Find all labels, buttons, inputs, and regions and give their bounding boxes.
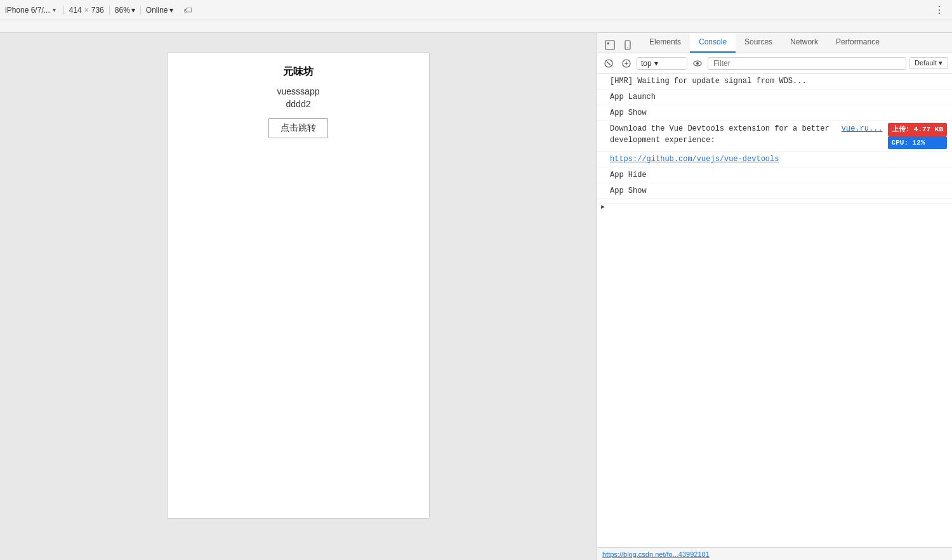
zoom-chevron: ▾: [131, 6, 135, 15]
phone-text2: dddd2: [286, 99, 311, 109]
console-entry-text-hmr: [HMR] Waiting for update signal from WDS…: [610, 75, 947, 87]
tab-performance[interactable]: Performance: [827, 33, 889, 53]
status-bar-url[interactable]: https://blog.csdn.net/fo...43992101: [602, 550, 710, 558]
badges-overlay: 上传: 4.77 KB CPU: 12%: [888, 123, 947, 149]
console-context-chevron: ▾: [654, 59, 658, 68]
console-eye-icon[interactable]: [690, 56, 705, 71]
console-entry-app-show-1: App Show: [597, 105, 952, 121]
console-entry-text-app-launch: App Launch: [610, 91, 947, 103]
console-clear-icon[interactable]: [601, 56, 616, 71]
console-output: [HMR] Waiting for update signal from WDS…: [597, 74, 952, 547]
zoom-value: 86%: [115, 6, 130, 15]
console-entry-text-app-show-2: App Show: [610, 185, 947, 197]
tab-network[interactable]: Network: [781, 33, 827, 53]
device-toolbar: iPhone 6/7/... ▾ 414 × 736 86% ▾ Online …: [0, 0, 952, 20]
console-entry-vue-link: https://github.com/vuejs/vue-devtools: [597, 152, 952, 167]
console-entry-text-vue-devtools: Download the Vue Devtools extension for …: [610, 123, 836, 146]
devtools-panel: Elements Console Sources Network Perform…: [597, 33, 952, 560]
phone-text1: vuesssapp: [277, 86, 320, 96]
phone-app-title: 元味坊: [283, 65, 314, 79]
tab-console[interactable]: Console: [690, 33, 736, 53]
zoom-selector[interactable]: 86% ▾: [109, 6, 135, 15]
network-value: Online: [146, 6, 168, 15]
preview-area: 元味坊 vuesssapp dddd2 点击跳转: [0, 33, 597, 560]
svg-line-5: [607, 62, 611, 65]
device-selector[interactable]: iPhone 6/7/... ▾: [5, 6, 64, 15]
device-chevron: ▾: [53, 6, 56, 13]
console-entry-expandable: ▶: [597, 199, 952, 204]
console-default-levels-button[interactable]: Default ▾: [909, 57, 948, 69]
console-entry-hmr: [HMR] Waiting for update signal from WDS…: [597, 74, 952, 89]
console-entry-text-app-show-1: App Show: [610, 107, 947, 119]
upload-badge: 上传: 4.77 KB: [888, 123, 947, 136]
svg-point-10: [696, 62, 699, 65]
device-label: iPhone 6/7/...: [5, 6, 50, 15]
console-toolbar: top ▾ Default ▾: [597, 53, 952, 74]
inspect-icon[interactable]: [602, 37, 618, 53]
cpu-badge: CPU: 12%: [888, 136, 947, 150]
height-value: 736: [91, 6, 104, 15]
phone-frame: 元味坊 vuesssapp dddd2 点击跳转: [167, 52, 430, 519]
tag-icon[interactable]: 🏷: [183, 5, 192, 15]
console-entry-app-show-2: App Show: [597, 183, 952, 199]
more-options-icon[interactable]: ⋮: [932, 4, 947, 16]
svg-rect-0: [605, 41, 614, 49]
x-separator: ×: [84, 6, 89, 15]
console-entry-app-hide: App Hide: [597, 167, 952, 183]
console-context-selector[interactable]: top ▾: [637, 57, 687, 70]
devtools-tabs: Elements Console Sources Network Perform…: [597, 33, 952, 53]
network-selector[interactable]: Online ▾: [140, 6, 173, 15]
status-bar: https://blog.csdn.net/fo...43992101: [597, 547, 952, 560]
network-chevron: ▾: [169, 6, 173, 15]
console-entry-vue-devtools: Download the Vue Devtools extension for …: [597, 121, 952, 152]
phone-jump-button[interactable]: 点击跳转: [268, 118, 328, 138]
expand-arrow-icon[interactable]: ▶: [601, 202, 605, 212]
svg-point-3: [627, 48, 628, 49]
dimension-display: 414 × 736: [69, 6, 104, 15]
console-entry-text-vue-link[interactable]: https://github.com/vuejs/vue-devtools: [610, 153, 947, 165]
console-filter-input[interactable]: [708, 57, 906, 70]
svg-rect-1: [607, 42, 609, 44]
main-layout: 元味坊 vuesssapp dddd2 点击跳转: [0, 33, 952, 560]
console-entry-text-app-hide: App Hide: [610, 169, 947, 181]
console-filter-toggle-icon[interactable]: [619, 56, 634, 71]
console-context-label: top: [641, 59, 652, 68]
ruler-row: [0, 20, 952, 33]
console-entry-link-vue[interactable]: vue.ru...: [842, 123, 883, 134]
tab-sources[interactable]: Sources: [736, 33, 781, 53]
width-value: 414: [69, 6, 82, 15]
console-entry-app-launch: App Launch: [597, 89, 952, 105]
devtools-icon-buttons: [597, 37, 640, 53]
ruler-left: [0, 20, 597, 32]
ruler-right: [597, 20, 952, 32]
device-toggle-icon[interactable]: [620, 37, 635, 53]
tab-elements[interactable]: Elements: [640, 33, 690, 53]
